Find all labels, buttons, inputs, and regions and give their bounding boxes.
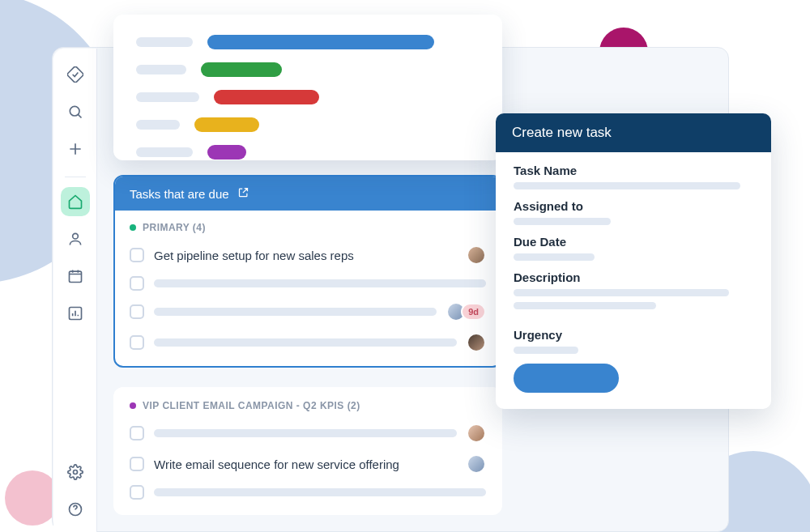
task-row[interactable]: 9d bbox=[130, 296, 486, 327]
field-label: Due Date bbox=[514, 235, 753, 249]
chart-row-label bbox=[136, 65, 186, 74]
task-title-placeholder bbox=[154, 308, 437, 316]
chart-bar bbox=[207, 35, 434, 49]
tasks-header: Tasks that are due bbox=[115, 177, 501, 211]
task-title-placeholder bbox=[154, 338, 457, 347]
chart-bar bbox=[207, 145, 246, 160]
avatar[interactable] bbox=[467, 454, 486, 474]
form-field: Due Date bbox=[514, 235, 753, 261]
tasks-body: VIP CLIENT EMAIL CAMPAIGN - Q2 KPIS (2)W… bbox=[115, 389, 501, 513]
chart-row bbox=[136, 87, 480, 107]
tasks-card: VIP CLIENT EMAIL CAMPAIGN - Q2 KPIS (2)W… bbox=[113, 387, 502, 515]
task-title-placeholder bbox=[154, 279, 486, 287]
group-label: VIP CLIENT EMAIL CAMPAIGN - Q2 KPIS (2) bbox=[143, 400, 360, 411]
svg-point-1 bbox=[70, 106, 79, 116]
open-link-icon[interactable] bbox=[237, 186, 249, 201]
field-label: Task Name bbox=[514, 164, 753, 177]
create-task-header: Create new task bbox=[496, 113, 771, 152]
sidebar bbox=[53, 49, 97, 532]
field-label: Description bbox=[514, 270, 753, 284]
task-row[interactable] bbox=[130, 270, 486, 296]
chart-row bbox=[136, 143, 480, 162]
avatar[interactable] bbox=[467, 245, 486, 265]
form-field: Task Name bbox=[514, 164, 753, 189]
task-checkbox[interactable] bbox=[130, 335, 144, 350]
task-row[interactable] bbox=[130, 479, 486, 505]
submit-button[interactable] bbox=[514, 364, 619, 393]
task-checkbox[interactable] bbox=[130, 426, 144, 440]
task-checkbox[interactable] bbox=[130, 248, 144, 262]
tasks-section: Tasks that are duePRIMARY (4)Get pipelin… bbox=[113, 175, 502, 532]
search-icon[interactable] bbox=[61, 97, 90, 126]
chart-bar bbox=[214, 90, 319, 104]
task-title: Write email sequence for new service off… bbox=[154, 458, 399, 471]
avatar[interactable] bbox=[467, 423, 486, 443]
chart-row-label bbox=[136, 92, 199, 102]
field-input[interactable] bbox=[514, 218, 611, 225]
tasks-body: PRIMARY (4)Get pipeline setup for new sa… bbox=[115, 211, 501, 366]
chart-row bbox=[136, 115, 480, 134]
field-input[interactable] bbox=[514, 289, 753, 318]
chart-icon[interactable] bbox=[61, 299, 90, 328]
field-input[interactable] bbox=[514, 347, 578, 354]
task-meta: 9d bbox=[446, 302, 486, 321]
due-badge: 9d bbox=[461, 303, 486, 321]
home-icon[interactable] bbox=[61, 187, 90, 216]
task-title-placeholder bbox=[154, 429, 457, 437]
task-title: Get pipeline setup for new sales reps bbox=[154, 249, 354, 262]
user-icon[interactable] bbox=[61, 224, 90, 253]
task-meta bbox=[467, 245, 486, 265]
task-checkbox[interactable] bbox=[130, 485, 144, 500]
task-meta bbox=[467, 423, 486, 443]
svg-rect-0 bbox=[67, 66, 83, 83]
form-field: Assigned to bbox=[514, 199, 753, 225]
svg-point-2 bbox=[72, 233, 78, 239]
task-meta bbox=[467, 454, 486, 474]
field-label: Urgency bbox=[514, 328, 753, 342]
group-label: PRIMARY (4) bbox=[143, 222, 206, 233]
chart-bar bbox=[194, 117, 259, 132]
create-task-panel: Create new task Task NameAssigned toDue … bbox=[496, 113, 771, 409]
tasks-header-title: Tasks that are due bbox=[130, 187, 229, 201]
gear-icon[interactable] bbox=[61, 458, 90, 487]
task-row[interactable] bbox=[130, 327, 486, 358]
sidebar-divider bbox=[65, 177, 86, 177]
chart-row bbox=[136, 60, 480, 79]
task-title-placeholder bbox=[154, 488, 486, 496]
avatar[interactable] bbox=[467, 333, 486, 352]
logo-icon[interactable] bbox=[61, 60, 90, 89]
task-checkbox[interactable] bbox=[130, 304, 144, 319]
task-checkbox[interactable] bbox=[130, 457, 144, 471]
plus-icon[interactable] bbox=[61, 134, 90, 164]
task-row[interactable]: Get pipeline setup for new sales reps bbox=[130, 240, 486, 270]
task-checkbox[interactable] bbox=[130, 276, 144, 291]
help-icon[interactable] bbox=[61, 495, 90, 524]
tasks-card: Tasks that are duePRIMARY (4)Get pipelin… bbox=[113, 175, 502, 368]
svg-rect-3 bbox=[69, 271, 81, 282]
task-group-title: PRIMARY (4) bbox=[130, 222, 486, 233]
field-input[interactable] bbox=[514, 182, 740, 189]
task-meta bbox=[467, 333, 486, 352]
chart-row-label bbox=[136, 147, 193, 157]
chart-card bbox=[113, 15, 502, 160]
field-input[interactable] bbox=[514, 253, 595, 261]
task-row[interactable]: Write email sequence for new service off… bbox=[130, 449, 486, 479]
group-dot-icon bbox=[130, 402, 136, 409]
chart-row bbox=[136, 32, 480, 52]
chart-row-label bbox=[136, 120, 180, 130]
field-label: Assigned to bbox=[514, 199, 753, 213]
chart-row-label bbox=[136, 37, 193, 47]
task-row[interactable] bbox=[130, 418, 486, 449]
group-dot-icon bbox=[130, 224, 136, 231]
calendar-icon[interactable] bbox=[61, 262, 90, 291]
task-group-title: VIP CLIENT EMAIL CAMPAIGN - Q2 KPIS (2) bbox=[130, 400, 486, 411]
chart-bar bbox=[201, 62, 282, 77]
form-field: Urgency bbox=[514, 328, 753, 354]
form-field: Description bbox=[514, 270, 753, 318]
svg-point-5 bbox=[73, 470, 77, 475]
